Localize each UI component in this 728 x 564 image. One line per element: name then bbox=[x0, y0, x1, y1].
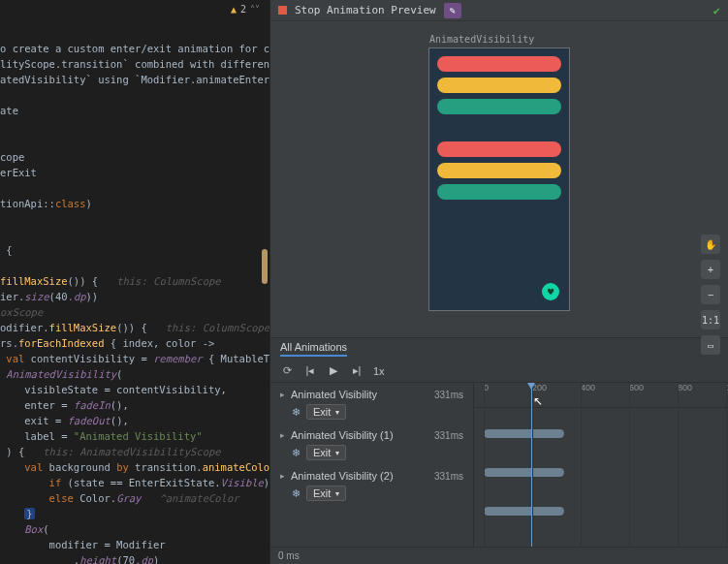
animation-track: ▸Animated Visibility331ms❄Exit▾ bbox=[270, 383, 473, 423]
tab-all-animations[interactable]: All Animations bbox=[280, 341, 347, 357]
chevron-up-down-icon[interactable]: ˄˅ bbox=[250, 4, 260, 15]
track-name: Animated Visibility (1) bbox=[291, 429, 394, 441]
state-value: Exit bbox=[313, 487, 331, 499]
track-name: Animated Visibility (2) bbox=[291, 470, 394, 482]
ruler-tick: 600 bbox=[629, 383, 644, 392]
timeline-lanes bbox=[474, 408, 728, 524]
state-value: Exit bbox=[313, 406, 331, 418]
timeline-ruler[interactable]: 02004006008001000 bbox=[474, 383, 728, 408]
cursor-icon: ↖ bbox=[533, 394, 543, 408]
freeze-icon[interactable]: ❄ bbox=[292, 487, 301, 500]
preview-canvas[interactable]: AnimatedVisibility ♥ ✋+−1:1▭ bbox=[270, 21, 728, 337]
preview-bar bbox=[437, 184, 561, 200]
state-dropdown[interactable]: Exit▾ bbox=[306, 404, 346, 420]
fab-button[interactable]: ♥ bbox=[542, 283, 559, 300]
editor-inspection-bar: ▲ 2 ˄˅ bbox=[0, 0, 269, 17]
preview-side-tools: ✋+−1:1▭ bbox=[701, 235, 722, 355]
speed-selector[interactable]: 1x bbox=[373, 365, 385, 377]
preview-bar bbox=[437, 78, 561, 93]
ruler-tick: 400 bbox=[581, 383, 595, 392]
track-duration: 331ms bbox=[434, 471, 463, 482]
editor-scrollbar[interactable] bbox=[262, 21, 269, 545]
preview-bar bbox=[437, 120, 561, 136]
warning-count: 2 bbox=[240, 4, 246, 15]
state-dropdown[interactable]: Exit▾ bbox=[306, 445, 346, 460]
preview-panel: Stop Animation Preview ✎ ✔ AnimatedVisib… bbox=[269, 0, 728, 564]
pan-tool[interactable]: ✋ bbox=[701, 235, 720, 254]
preview-toolbar: Stop Animation Preview ✎ ✔ bbox=[270, 0, 728, 21]
track-duration: 331ms bbox=[434, 430, 463, 441]
device-frame: AnimatedVisibility ♥ bbox=[428, 47, 570, 311]
ruler-tick: 800 bbox=[678, 383, 692, 392]
layout-tool[interactable]: ▭ bbox=[701, 335, 720, 355]
zoom-in-tool[interactable]: + bbox=[701, 260, 720, 279]
skip-start-button[interactable]: |◂ bbox=[303, 364, 317, 377]
preview-bar bbox=[437, 141, 561, 157]
state-dropdown[interactable]: Exit▾ bbox=[306, 486, 346, 501]
chevron-right-icon[interactable]: ▸ bbox=[280, 390, 285, 399]
preview-content bbox=[429, 48, 569, 221]
chevron-right-icon[interactable]: ▸ bbox=[280, 471, 285, 481]
warning-icon: ▲ bbox=[231, 4, 237, 15]
animation-tabs: All Animations bbox=[270, 338, 728, 360]
stop-icon[interactable] bbox=[278, 6, 287, 15]
preview-bar bbox=[437, 56, 561, 72]
loop-button[interactable]: ⟳ bbox=[280, 364, 294, 377]
animation-segment[interactable] bbox=[484, 429, 564, 438]
freeze-icon[interactable]: ❄ bbox=[292, 406, 301, 419]
track-duration: 331ms bbox=[434, 390, 463, 400]
time-readout: 0 ms bbox=[278, 550, 300, 561]
chevron-down-icon: ▾ bbox=[335, 489, 339, 498]
chevron-right-icon[interactable]: ▸ bbox=[280, 430, 285, 440]
zoom-reset-tool[interactable]: 1:1 bbox=[701, 310, 720, 329]
animation-inspector: All Animations ⟳ |◂ ▶ ▸| 1x ▸Animated Vi… bbox=[270, 337, 728, 564]
preview-title: Stop Animation Preview bbox=[295, 4, 436, 16]
play-button[interactable]: ▶ bbox=[327, 364, 340, 377]
timeline-lane bbox=[474, 447, 728, 486]
scrollbar-thumb[interactable] bbox=[262, 249, 268, 284]
preview-bar bbox=[437, 99, 561, 114]
check-icon: ✔ bbox=[713, 4, 720, 17]
zoom-out-tool[interactable]: − bbox=[701, 285, 720, 304]
chevron-down-icon: ▾ bbox=[335, 449, 339, 457]
transport-bar: ⟳ |◂ ▶ ▸| 1x bbox=[270, 360, 728, 383]
playhead[interactable] bbox=[531, 383, 532, 547]
track-name: Animated Visibility bbox=[291, 389, 377, 400]
preview-bar bbox=[437, 205, 561, 221]
animation-segment[interactable] bbox=[484, 468, 564, 477]
timeline-lane bbox=[474, 486, 728, 524]
timeline[interactable]: 02004006008001000 ↖ bbox=[474, 383, 728, 547]
chevron-down-icon: ▾ bbox=[335, 408, 339, 417]
preview-bar bbox=[437, 163, 561, 178]
track-list: ▸Animated Visibility331ms❄Exit▾▸Animated… bbox=[270, 383, 474, 547]
timeline-footer: 0 ms bbox=[270, 547, 728, 564]
animation-segment[interactable] bbox=[484, 507, 564, 516]
code-body[interactable]: o create a custom enter/exit animation f… bbox=[0, 17, 269, 564]
code-editor[interactable]: ▲ 2 ˄˅ o create a custom enter/exit anim… bbox=[0, 0, 269, 564]
brush-icon[interactable]: ✎ bbox=[444, 3, 461, 18]
state-value: Exit bbox=[313, 447, 331, 458]
composable-label: AnimatedVisibility bbox=[429, 34, 534, 45]
animation-track: ▸Animated Visibility (1)331ms❄Exit▾ bbox=[270, 423, 473, 464]
skip-end-button[interactable]: ▸| bbox=[350, 364, 364, 377]
animation-track: ▸Animated Visibility (2)331ms❄Exit▾ bbox=[270, 464, 473, 505]
timeline-lane bbox=[474, 408, 728, 447]
freeze-icon[interactable]: ❄ bbox=[292, 447, 301, 459]
heart-icon: ♥ bbox=[548, 286, 554, 298]
